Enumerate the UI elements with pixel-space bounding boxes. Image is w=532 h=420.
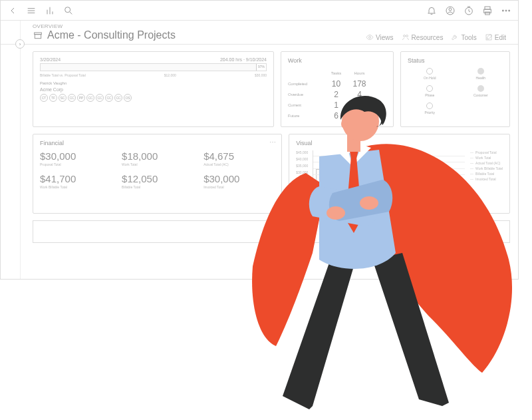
user-icon[interactable] bbox=[445, 5, 456, 16]
edit-action[interactable]: Edit bbox=[485, 33, 506, 41]
breadcrumb: OVERVIEW bbox=[33, 23, 176, 29]
legend-item: Work Billable Total bbox=[470, 166, 503, 170]
svg-point-0 bbox=[65, 7, 70, 12]
financial-amount: $4,675 bbox=[203, 150, 275, 162]
left-rail-divider bbox=[20, 21, 21, 279]
work-row-hours: 1 bbox=[348, 101, 371, 110]
avatar[interactable]: PP bbox=[77, 94, 85, 102]
print-icon[interactable] bbox=[482, 5, 493, 16]
timeline-end: 9/10/2024 bbox=[246, 57, 267, 62]
billable-label: Billable Total vs. Proposal Total bbox=[40, 73, 86, 77]
tools-label: Tools bbox=[461, 34, 476, 41]
avatar[interactable]: CC bbox=[86, 94, 94, 102]
svg-point-9 bbox=[509, 10, 510, 11]
financial-amount: $41,700 bbox=[40, 173, 111, 184]
bell-icon[interactable] bbox=[426, 5, 437, 16]
avatar[interactable]: OS bbox=[124, 94, 132, 102]
page-header: OVERVIEW Acme - Consulting Projects View… bbox=[1, 21, 518, 45]
work-row-tasks: 1 bbox=[325, 101, 348, 110]
resources-action[interactable]: Resources bbox=[402, 33, 444, 41]
status-title: Status bbox=[408, 57, 503, 64]
financial-label: Invoiced Total bbox=[203, 185, 275, 189]
ytick: $20,000 bbox=[296, 184, 308, 188]
work-row-label: Completed bbox=[288, 82, 325, 86]
ytick: $45,000 bbox=[296, 150, 308, 154]
avatar[interactable]: CT bbox=[40, 94, 48, 102]
legend-item: Proposal Total bbox=[470, 150, 503, 154]
tasks-header: Tasks bbox=[325, 71, 348, 75]
timeline-percent: 97% bbox=[258, 65, 265, 69]
views-label: Views bbox=[376, 34, 394, 41]
avatar[interactable]: CC bbox=[114, 94, 122, 102]
work-row-label: Overdue bbox=[288, 93, 325, 97]
avatar[interactable]: CC bbox=[68, 94, 76, 102]
work-row-label: Future bbox=[288, 114, 325, 118]
status-item[interactable]: On Hold bbox=[408, 68, 452, 80]
page-title: Acme - Consulting Projects bbox=[47, 29, 176, 41]
financial-amount: $30,000 bbox=[203, 173, 275, 184]
ytick: $35,000 bbox=[296, 164, 308, 168]
search-icon[interactable] bbox=[63, 5, 74, 16]
legend-item: Actual Total (AC) bbox=[470, 161, 503, 165]
svg-point-13 bbox=[403, 35, 405, 37]
financial-label: Work Total bbox=[122, 162, 193, 166]
avatar[interactable]: CC bbox=[96, 94, 104, 102]
financial-label: Actual Total (AC) bbox=[203, 162, 275, 166]
status-label: Health bbox=[476, 76, 485, 80]
financial-amount: $30,000 bbox=[40, 150, 111, 162]
financial-label: Billable Total bbox=[122, 185, 193, 189]
financial-item: $30,000Invoiced Total bbox=[203, 173, 275, 189]
status-indicator bbox=[426, 85, 433, 92]
empty-panel bbox=[33, 220, 510, 243]
avatar[interactable]: SC bbox=[59, 94, 66, 102]
status-item[interactable]: Health bbox=[459, 68, 503, 80]
svg-point-2 bbox=[449, 8, 452, 11]
work-row-label: Current bbox=[288, 103, 325, 107]
ytick: $40,000 bbox=[296, 157, 308, 161]
financial-panel: ⋯ Financial $30,000Proposal Total$18,000… bbox=[33, 134, 282, 214]
svg-rect-6 bbox=[485, 12, 490, 15]
svg-point-7 bbox=[502, 10, 503, 11]
work-row-tasks: 2 bbox=[325, 90, 348, 99]
ytick: $30,000 bbox=[296, 170, 308, 174]
work-row-tasks: 10 bbox=[325, 79, 348, 89]
svg-point-12 bbox=[369, 37, 371, 39]
more-icon[interactable] bbox=[501, 5, 511, 16]
edit-label: Edit bbox=[495, 34, 506, 41]
status-item[interactable]: Phase bbox=[408, 85, 452, 97]
status-item[interactable]: Customer bbox=[459, 85, 503, 97]
svg-rect-11 bbox=[35, 35, 41, 39]
svg-point-14 bbox=[406, 35, 408, 37]
avatar[interactable]: TF bbox=[49, 94, 57, 102]
financial-label: Work Billable Total bbox=[40, 185, 111, 189]
archive-icon bbox=[33, 30, 43, 41]
legend-item: Invoiced Total bbox=[470, 177, 503, 181]
financial-label: Proposal Total bbox=[40, 162, 111, 166]
timeline-panel: 3/20/2024 204.00 hrs · 9/10/2024 97% Bil… bbox=[33, 51, 274, 127]
financial-item: $41,700Work Billable Total bbox=[40, 173, 111, 189]
status-indicator bbox=[426, 103, 433, 109]
visual-title: Visual bbox=[296, 140, 503, 146]
chart-icon[interactable] bbox=[45, 5, 55, 16]
resources-label: Resources bbox=[412, 34, 444, 41]
financial-more-icon[interactable]: ⋯ bbox=[269, 138, 276, 146]
avatar[interactable]: CC bbox=[105, 94, 113, 102]
timeline-start: 3/20/2024 bbox=[40, 57, 61, 62]
back-icon[interactable] bbox=[7, 5, 18, 16]
svg-rect-4 bbox=[485, 7, 490, 9]
status-item[interactable]: Priority bbox=[408, 103, 452, 114]
financial-item: $12,050Billable Total bbox=[122, 173, 193, 189]
status-label: Phase bbox=[425, 93, 434, 97]
tools-action[interactable]: Tools bbox=[451, 33, 476, 41]
status-indicator bbox=[426, 68, 433, 75]
timeline-progress: 97% bbox=[40, 63, 267, 71]
ytick: $25,000 bbox=[296, 177, 308, 181]
svg-point-8 bbox=[505, 10, 507, 11]
ytick: $15,000 bbox=[296, 190, 308, 194]
billable-end: $30,000 bbox=[255, 73, 267, 77]
work-row-hours: 178 bbox=[348, 79, 371, 89]
expand-toggle[interactable]: › bbox=[15, 39, 25, 49]
timer-icon[interactable] bbox=[464, 5, 474, 16]
views-action[interactable]: Views bbox=[366, 33, 394, 41]
menu-icon[interactable] bbox=[26, 5, 37, 16]
